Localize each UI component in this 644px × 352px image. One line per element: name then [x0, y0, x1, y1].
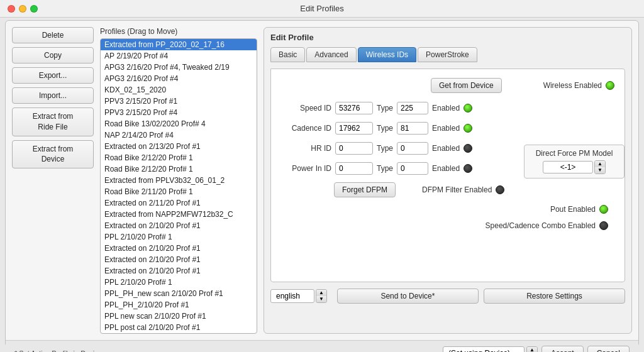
- hr-id-label: HR ID: [281, 144, 331, 153]
- cadence-enabled-led: [464, 124, 472, 133]
- copy-button[interactable]: Copy: [12, 47, 94, 63]
- speed-enabled-led: [464, 104, 472, 113]
- pout-enabled-row: Pout Enabled: [281, 205, 614, 214]
- edit-profile-box: Edit Profile Basic Advanced Wireless IDs…: [264, 27, 632, 334]
- close-button[interactable]: [8, 5, 15, 13]
- forget-dfpm-row: Forget DFPM DFPM Filter Enabled: [281, 182, 614, 197]
- profile-item[interactable]: Road Bike 13/02/2020 Prof# 4: [101, 118, 257, 129]
- power-in-enabled-label: Enabled: [432, 164, 460, 173]
- hr-enabled-led: [464, 144, 472, 153]
- wireless-enabled-label: Wireless Enabled: [543, 81, 602, 90]
- lang-stepper[interactable]: ▲ ▼: [316, 289, 327, 303]
- active-profile-stepper[interactable]: ▲ ▼: [526, 346, 538, 352]
- speed-id-label: Speed ID: [281, 104, 331, 113]
- tab-basic[interactable]: Basic: [270, 47, 305, 62]
- cadence-id-label: Cadence ID: [281, 124, 331, 133]
- dfpm-model-label: Direct Force PM Model: [531, 149, 618, 158]
- profile-item[interactable]: Extracted from PPLV3b32_06_01_2: [101, 175, 257, 186]
- forget-dfpm-button[interactable]: Forget DFPM: [334, 182, 396, 197]
- profile-list-panel: Profiles (Drag to Move) Extracted from P…: [100, 27, 257, 334]
- profile-item[interactable]: Road Bike 2/12/20 Prof# 1: [101, 152, 257, 163]
- bottom-bar: * Set Active Profile in Device ▲ ▼ Accep…: [6, 340, 638, 352]
- power-in-label: Power In ID: [281, 164, 331, 173]
- profile-item[interactable]: APG3 2/16/20 Prof #4: [101, 73, 257, 84]
- wireless-enabled-row: Get from Device Wireless Enabled: [281, 78, 614, 93]
- power-in-enabled-led: [464, 164, 472, 173]
- speed-cadence-combo-label: Speed/Cadence Combo Enabled: [486, 221, 596, 230]
- profile-list[interactable]: Extracted from PP_2020_02_17_16AP 2/19/2…: [100, 38, 257, 334]
- accept-button[interactable]: Accept: [541, 346, 584, 352]
- profile-item[interactable]: PPL_PH_new scan 2/10/20 Prof #1: [101, 288, 257, 299]
- profile-item[interactable]: PPL 2/10/20 Prof# 1: [101, 277, 257, 288]
- stepper-up[interactable]: ▲: [595, 161, 605, 167]
- restore-settings-button[interactable]: Restore Settings: [484, 289, 625, 304]
- profile-item[interactable]: Extracted on 2/10/20 Prof #1: [101, 243, 257, 254]
- maximize-button[interactable]: [30, 5, 38, 13]
- profile-item[interactable]: Extracted on 2/10/20 Prof #1: [101, 254, 257, 265]
- dfpm-model-input[interactable]: [543, 161, 593, 173]
- profile-item[interactable]: Road Bike 2/12/20 Prof# 1: [101, 163, 257, 175]
- stepper-down[interactable]: ▼: [595, 167, 605, 173]
- extract-ride-button[interactable]: Extract from Ride File: [12, 107, 94, 136]
- tab-advanced[interactable]: Advanced: [306, 47, 356, 62]
- hr-id-input[interactable]: [335, 142, 373, 155]
- dfpm-filter-label: DFPM Filter Enabled: [422, 185, 492, 194]
- extract-device-button[interactable]: Extract from Device: [12, 140, 94, 169]
- profile-item[interactable]: PPL_PH_2/10/20 Prof #1: [101, 299, 257, 311]
- profile-item[interactable]: APG3 2/16/20 Prof #4, Tweaked 2/19: [101, 62, 257, 73]
- hr-type-input[interactable]: [397, 142, 428, 155]
- cadence-type-input[interactable]: [397, 122, 428, 135]
- dfpm-model-select-row: ▲ ▼: [531, 160, 618, 174]
- profile-item[interactable]: Extracted from NAPP2MFW712b32_C: [101, 209, 257, 220]
- profile-item[interactable]: KDX_02_15_2020: [101, 84, 257, 96]
- profile-item[interactable]: PPL 2/10/20 Prof# 1: [101, 231, 257, 243]
- hr-enabled-label: Enabled: [432, 144, 460, 153]
- lang-stepper-down[interactable]: ▼: [316, 296, 326, 302]
- pout-enabled-label: Pout Enabled: [550, 205, 596, 214]
- power-in-id-input[interactable]: [335, 162, 373, 175]
- profile-item[interactable]: Road Bike 2/11/20 Prof# 1: [101, 186, 257, 197]
- dfpm-model-box: Direct Force PM Model ▲ ▼: [524, 145, 625, 179]
- profile-item[interactable]: PPV3 2/15/20 Prof #1: [101, 96, 257, 107]
- profile-item[interactable]: PPL new scan 2/10/20 Prof #1: [101, 311, 257, 322]
- power-in-type-input[interactable]: [397, 162, 428, 175]
- profile-item[interactable]: Extracted on 2/10/20 Prof #1: [101, 265, 257, 277]
- profile-item[interactable]: PPV3 2/15/20 Prof #4: [101, 107, 257, 118]
- minimize-button[interactable]: [19, 5, 26, 13]
- profile-item[interactable]: Extracted on 2/11/20 Prof #1: [101, 197, 257, 209]
- title-bar: Edit Profiles: [0, 0, 644, 18]
- profile-item[interactable]: NAP 2/14/20 Prof #4: [101, 129, 257, 141]
- profile-item[interactable]: PPL post cal 2/10/20 Prof #1: [101, 322, 257, 333]
- delete-button[interactable]: Delete: [12, 27, 94, 43]
- tab-powerstroke[interactable]: PowerStroke: [418, 47, 477, 62]
- speed-type-input[interactable]: [397, 102, 428, 114]
- profile-list-heading: Profiles (Drag to Move): [100, 27, 257, 36]
- speed-id-input[interactable]: [335, 102, 373, 114]
- speed-enabled-label: Enabled: [432, 104, 460, 113]
- lang-stepper-up[interactable]: ▲: [316, 290, 326, 296]
- wireless-enabled-led: [606, 81, 614, 90]
- language-select-group: ▲ ▼: [270, 289, 327, 303]
- speed-type-label: Type: [377, 104, 393, 113]
- dfpm-stepper[interactable]: ▲ ▼: [594, 160, 606, 174]
- left-panel: Delete Copy Export... Import... Extract …: [12, 27, 94, 334]
- tab-wireless-ids[interactable]: Wireless IDs: [358, 47, 416, 62]
- profile-item[interactable]: AP 2/19/20 Prof #4: [101, 50, 257, 62]
- send-to-device-button[interactable]: Send to Device*: [337, 289, 479, 304]
- profile-item[interactable]: Extracted on 2/13/20 Prof #1: [101, 141, 257, 152]
- active-profile-input[interactable]: [443, 346, 525, 352]
- tabs-bar: Basic Advanced Wireless IDs PowerStroke: [270, 47, 625, 62]
- profile-item[interactable]: Extracted from PP_2020_02_17_16: [101, 39, 257, 50]
- import-button[interactable]: Import...: [12, 87, 94, 104]
- get-from-device-button[interactable]: Get from Device: [431, 78, 502, 93]
- language-input[interactable]: [270, 289, 314, 303]
- export-button[interactable]: Export...: [12, 67, 94, 84]
- edit-profile-title: Edit Profile: [270, 33, 625, 42]
- cancel-button[interactable]: Cancel: [587, 346, 630, 352]
- action-row: ▲ ▼ Send to Device* Restore Settings: [270, 289, 625, 304]
- power-in-type-label: Type: [377, 164, 393, 173]
- profile-stepper-up[interactable]: ▲: [527, 347, 537, 352]
- profile-item[interactable]: Extracted on 2/10/20 Prof #1: [101, 220, 257, 231]
- cadence-type-label: Type: [377, 124, 393, 133]
- cadence-id-input[interactable]: [335, 122, 373, 135]
